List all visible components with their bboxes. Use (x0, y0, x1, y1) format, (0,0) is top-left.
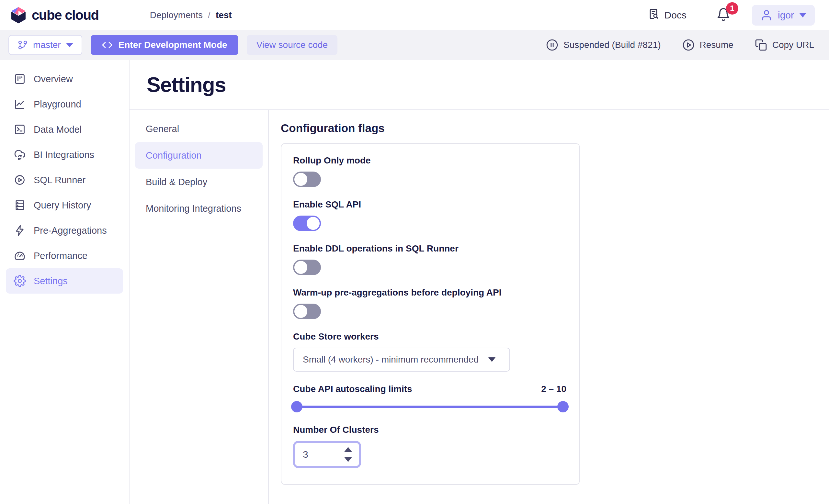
git-branch-icon (17, 40, 28, 50)
number-steppers (344, 447, 352, 462)
autoscaling-group: Cube API autoscaling limits 2 – 10 (293, 384, 568, 413)
slider-track[interactable] (293, 405, 567, 408)
sidebar-label: Settings (34, 276, 68, 286)
sidebar-label: Playground (34, 99, 81, 110)
clusters-label: Number Of Clusters (293, 425, 568, 435)
chevron-down-icon (66, 43, 73, 47)
copy-url-label: Copy URL (772, 40, 814, 50)
pause-circle-icon (546, 39, 558, 51)
toggle-knob (307, 217, 320, 230)
clusters-group: Number Of Clusters 3 (293, 425, 568, 468)
main-area: Settings General Configuration Build & D… (130, 60, 829, 504)
build-status: Suspended (Build #821) (546, 39, 661, 51)
autoscaling-range-value: 2 – 10 (541, 384, 568, 394)
gauge-icon (13, 249, 26, 262)
configuration-content: Configuration flags Rollup Only mode Ena… (269, 110, 829, 504)
flag-label: Rollup Only mode (293, 155, 568, 166)
sidebar-item-query-history[interactable]: Query History (6, 193, 123, 218)
enter-dev-mode-label: Enter Development Mode (118, 40, 227, 50)
flag-label: Warm-up pre-aggregations before deployin… (293, 287, 568, 298)
stepper-down-icon[interactable] (344, 457, 352, 462)
sidebar-item-pre-aggregations[interactable]: Pre-Aggregations (6, 218, 123, 243)
user-menu-button[interactable]: igor (752, 5, 815, 26)
subnav-label: Configuration (146, 150, 202, 161)
section-title: Configuration flags (281, 122, 829, 135)
docs-label: Docs (664, 10, 686, 21)
clusters-value: 3 (303, 449, 344, 460)
autoscaling-label: Cube API autoscaling limits (293, 384, 412, 394)
cube-store-workers-group: Cube Store workers Small (4 workers) - m… (293, 332, 568, 372)
page-title: Settings (147, 73, 226, 97)
sidebar-item-performance[interactable]: Performance (6, 243, 123, 268)
gear-icon (13, 275, 26, 287)
copy-url-button[interactable]: Copy URL (755, 39, 814, 51)
sidebar-item-bi-integrations[interactable]: BI Integrations (6, 142, 123, 167)
breadcrumb-deployments[interactable]: Deployments (150, 10, 203, 21)
toolbar-status-actions: Suspended (Build #821) Resume Copy URL (546, 39, 814, 51)
sidebar-label: Overview (34, 74, 73, 84)
chevron-down-icon (799, 13, 806, 17)
toggle-knob (294, 261, 307, 274)
stepper-up-icon[interactable] (344, 447, 352, 452)
tab-monitoring-integrations[interactable]: Monitoring Integrations (135, 195, 263, 222)
slider-handle-max[interactable] (557, 401, 569, 413)
code-icon (102, 39, 113, 50)
enter-dev-mode-button[interactable]: Enter Development Mode (91, 35, 238, 55)
enable-ddl-toggle[interactable] (293, 260, 321, 275)
tab-configuration[interactable]: Configuration (135, 142, 263, 169)
breadcrumb-separator: / (208, 10, 211, 21)
notifications-button[interactable]: 1 (716, 7, 730, 23)
title-block: Settings (130, 60, 829, 110)
build-status-label: Suspended (Build #821) (564, 40, 661, 50)
user-icon (760, 9, 773, 22)
flag-label: Enable DDL operations in SQL Runner (293, 243, 568, 254)
rollup-only-toggle[interactable] (293, 171, 321, 187)
toggle-knob (294, 305, 307, 318)
clusters-number-input[interactable]: 3 (293, 441, 361, 468)
flag-label: Enable SQL API (293, 199, 568, 210)
slider-handle-min[interactable] (291, 401, 302, 413)
sidebar-item-sql-runner[interactable]: SQL Runner (6, 167, 123, 193)
play-circle-icon (13, 174, 26, 186)
flag-warmup-preaggs: Warm-up pre-aggregations before deployin… (293, 287, 568, 319)
flag-rollup-only: Rollup Only mode (293, 155, 568, 187)
sidebar-item-playground[interactable]: Playground (6, 91, 123, 117)
server-rows-icon (13, 199, 26, 211)
resume-label: Resume (700, 40, 733, 50)
tab-general[interactable]: General (135, 116, 263, 142)
sidebar-label: Query History (34, 200, 91, 211)
branch-selector[interactable]: master (8, 35, 82, 55)
header-actions: Docs 1 igor (647, 5, 815, 26)
user-name: igor (778, 10, 794, 21)
sidebar-item-overview[interactable]: Overview (6, 66, 123, 91)
cube-logo-icon (10, 6, 27, 25)
chart-line-icon (13, 98, 26, 110)
autoscaling-range-slider[interactable] (293, 401, 567, 413)
doc-search-icon (647, 7, 660, 23)
cube-store-workers-label: Cube Store workers (293, 332, 568, 342)
sidebar-label: Data Model (34, 124, 82, 135)
top-header: cube cloud Deployments / test Docs (0, 0, 829, 30)
chevron-down-icon (488, 357, 496, 362)
notification-badge: 1 (726, 2, 738, 14)
view-source-button[interactable]: View source code (247, 35, 338, 55)
logo-wordmark: cube cloud (32, 7, 99, 23)
docs-button[interactable]: Docs (647, 7, 686, 23)
enable-sql-api-toggle[interactable] (293, 216, 321, 231)
sidebar-item-data-model[interactable]: Data Model (6, 117, 123, 142)
tab-build-deploy[interactable]: Build & Deploy (135, 169, 263, 195)
sidebar-label: Performance (34, 250, 87, 261)
cube-cloud-logo[interactable]: cube cloud (10, 6, 99, 25)
warmup-preaggs-toggle[interactable] (293, 304, 321, 319)
toggle-knob (294, 173, 307, 186)
sidebar-label: Pre-Aggregations (34, 225, 107, 236)
resume-button[interactable]: Resume (682, 39, 733, 51)
app-root: cube cloud Deployments / test Docs (0, 0, 829, 504)
board-icon (13, 73, 26, 85)
cube-store-workers-select[interactable]: Small (4 workers) - minimum recommended (293, 348, 510, 372)
flag-enable-ddl: Enable DDL operations in SQL Runner (293, 243, 568, 275)
sidebar-item-settings[interactable]: Settings (6, 268, 123, 294)
lightning-icon (13, 224, 26, 237)
configuration-flags-card: Rollup Only mode Enable SQL API Enable D… (281, 143, 580, 485)
cloud-sync-icon (13, 149, 26, 161)
